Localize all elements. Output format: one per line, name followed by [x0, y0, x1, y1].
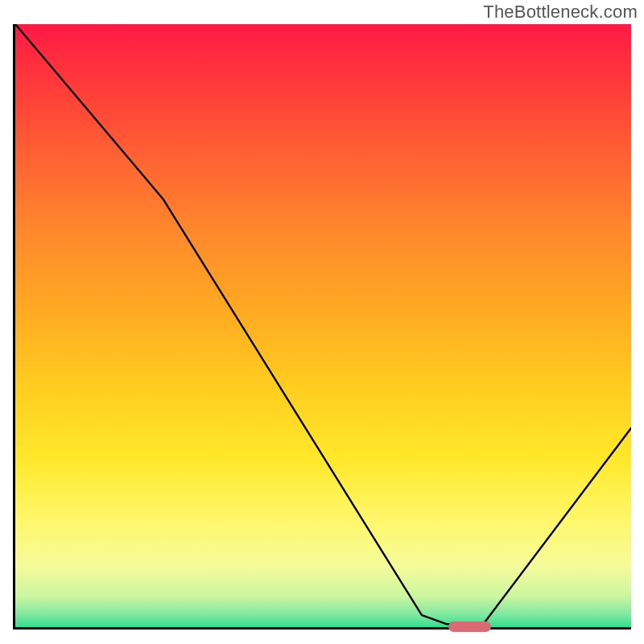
gradient-background: [15, 24, 631, 627]
watermark-text: TheBottleneck.com: [483, 2, 638, 23]
chart-frame: TheBottleneck.com: [0, 0, 644, 644]
chart-svg: [15, 24, 631, 627]
plot-area: [13, 24, 631, 630]
optimal-range-marker: [448, 621, 492, 632]
